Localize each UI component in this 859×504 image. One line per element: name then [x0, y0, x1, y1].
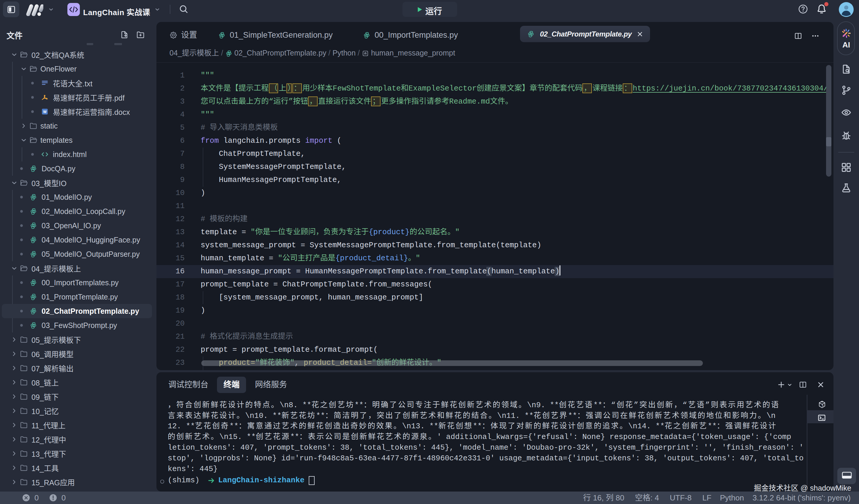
svg-text:$: $ — [822, 404, 824, 407]
